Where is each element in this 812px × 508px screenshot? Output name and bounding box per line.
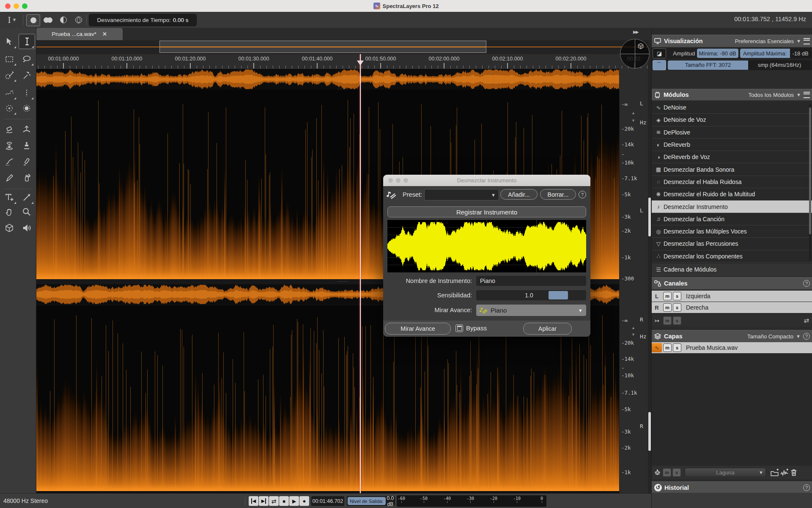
- solo-button[interactable]: s: [673, 292, 681, 300]
- instrument-name-input[interactable]: Piano: [476, 276, 586, 286]
- time-line-selection-tool[interactable]: [19, 86, 34, 100]
- tab-close-icon[interactable]: ✕: [102, 31, 107, 37]
- register-instrument-button[interactable]: Registrar Instrumento: [387, 206, 586, 217]
- fft-size-control[interactable]: Tamaño FFT: 3072 smp (64ms/16Hz): [668, 60, 811, 70]
- active-tool-button[interactable]: I ▼: [3, 14, 20, 26]
- overview-strip[interactable]: [36, 40, 651, 55]
- loop-button[interactable]: ⇄: [269, 496, 279, 506]
- play-button[interactable]: ▶: [289, 496, 299, 506]
- waveform-strip-left[interactable]: [36, 69, 619, 90]
- lasso-selection-tool[interactable]: [19, 52, 34, 66]
- visualizacion-panel-header[interactable]: Visualización Preferencias Esenciales ▼: [652, 35, 812, 47]
- solo-button[interactable]: s: [673, 303, 681, 312]
- trash-icon[interactable]: [790, 469, 798, 476]
- strip-resize-handle[interactable]: ······: [337, 87, 348, 91]
- stop-button[interactable]: ■: [279, 496, 289, 506]
- historial-panel-header[interactable]: ↺ Historial ?: [652, 481, 812, 494]
- mute-button[interactable]: m: [663, 468, 671, 477]
- hand-tool[interactable]: [1, 205, 17, 219]
- amplitude-min-control[interactable]: Mínima: -90 dB: [697, 49, 738, 58]
- magic-wand-tool[interactable]: [19, 68, 34, 82]
- spray-tool[interactable]: [19, 170, 34, 185]
- module-item[interactable]: ◐DeReverb: [652, 139, 812, 151]
- module-item[interactable]: ◎Desmezclar las Múltiples Voces: [652, 225, 812, 238]
- module-item[interactable]: ◌Desmezclar el Habla Ruidosa: [652, 176, 812, 188]
- preset-add-button[interactable]: Añadir...: [500, 189, 538, 200]
- dialog-titlebar[interactable]: Desmezclar Instrumento: [383, 175, 590, 186]
- go-to-start-button[interactable]: ◀: [249, 496, 258, 506]
- triangle-down-icon[interactable]: ▼: [631, 118, 635, 123]
- module-item[interactable]: ♫Desmezclar la Canción: [652, 213, 812, 225]
- module-item[interactable]: ◑DeReverb de Voz: [652, 151, 812, 163]
- move-tool[interactable]: [1, 35, 17, 49]
- solo-button[interactable]: s: [673, 343, 681, 352]
- capas-panel-header[interactable]: Capas Tamaño Compacto ▼ ?: [652, 330, 812, 343]
- 3d-view-tool[interactable]: [1, 221, 17, 235]
- triangle-up-icon[interactable]: ▲: [631, 326, 635, 330]
- record-button[interactable]: ●: [299, 496, 309, 506]
- module-item[interactable]: ≋DePlosive: [652, 126, 812, 139]
- selection-mode-add-button[interactable]: [41, 14, 55, 25]
- fft-curve-icon[interactable]: ⌒: [653, 60, 666, 70]
- zoom-tool[interactable]: [19, 205, 34, 219]
- amplify-tool[interactable]: [19, 122, 34, 136]
- help-icon[interactable]: ?: [803, 280, 810, 287]
- preview-source-select[interactable]: Piano ▼: [476, 305, 586, 316]
- module-item[interactable]: ▽Desmezclar las Percusiones: [652, 238, 812, 250]
- sensitivity-slider[interactable]: 1.0: [476, 290, 586, 300]
- triangle-up-icon[interactable]: ▲: [631, 111, 635, 115]
- slider-handle[interactable]: [549, 291, 568, 299]
- layer-size-select[interactable]: Tamaño Compacto: [747, 333, 793, 340]
- go-to-end-button[interactable]: ▶: [259, 496, 269, 506]
- module-chain-item[interactable]: ☰ Cadena de Módulos: [652, 264, 812, 276]
- playback-tool[interactable]: [19, 221, 34, 235]
- module-item[interactable]: ∿DeNoise: [652, 102, 812, 114]
- amplitude-max-control[interactable]: Amplitud Máxima: -18 dB: [740, 49, 811, 58]
- channel-row-left[interactable]: L m s Izquierda: [652, 291, 812, 302]
- help-icon[interactable]: ?: [803, 484, 810, 491]
- eraser-tool[interactable]: [1, 122, 17, 136]
- mute-button[interactable]: m: [663, 303, 672, 312]
- attenuate-tool[interactable]: [1, 138, 17, 153]
- new-layer-icon[interactable]: [780, 469, 789, 476]
- modulos-panel-header[interactable]: Módulos Todos los Módulos ▼: [652, 89, 812, 101]
- solo-button[interactable]: s: [673, 316, 681, 325]
- playhead-line[interactable]: [360, 54, 361, 493]
- scrollbar-thumb[interactable]: [648, 412, 651, 451]
- contrast-icon[interactable]: ◪: [653, 48, 666, 58]
- panel-menu-icon[interactable]: [804, 38, 810, 44]
- overview-selection-range[interactable]: [159, 41, 486, 53]
- rectangle-selection-tool[interactable]: [1, 52, 17, 66]
- scrollbar-thumb[interactable]: [648, 198, 651, 236]
- dialog-close-button[interactable]: [388, 178, 393, 183]
- preview-button[interactable]: Mirar Avance: [385, 323, 451, 335]
- help-icon[interactable]: ?: [803, 333, 810, 340]
- text-tool[interactable]: [1, 190, 17, 205]
- clone-stamp-tool[interactable]: [19, 138, 34, 153]
- panel-collapse-icon[interactable]: ▶▶: [633, 30, 638, 34]
- vertical-scrollbar[interactable]: [648, 40, 651, 493]
- time-selection-tool[interactable]: [19, 34, 35, 49]
- solo-button[interactable]: s: [672, 468, 681, 477]
- heal-tool[interactable]: [19, 154, 34, 169]
- module-item[interactable]: ❋Desmezclar el Ruido de la Multitud: [652, 188, 812, 200]
- module-item-selected[interactable]: ♪Desmezclar Instrumento: [652, 200, 812, 213]
- pencil-tool[interactable]: [1, 170, 17, 185]
- unmix-instrument-dialog[interactable]: Desmezclar Instrumento Preset: ▼ Añadir.…: [383, 175, 590, 337]
- modules-filter-select[interactable]: Todos los Módulos: [748, 92, 794, 98]
- module-item[interactable]: ◈DeNoise de Voz: [652, 114, 812, 126]
- dialog-zoom-button[interactable]: [403, 178, 408, 183]
- module-item[interactable]: ▦Desmezclar Banda Sonora: [652, 163, 812, 176]
- layer-row[interactable]: ∿ m s Prueba Musica.wav: [652, 342, 812, 353]
- panel-menu-icon[interactable]: [804, 92, 810, 98]
- bypass-checkbox[interactable]: [455, 324, 463, 332]
- mute-button[interactable]: m: [663, 292, 672, 300]
- selection-mode-intersect-button[interactable]: [72, 14, 85, 25]
- canales-panel-header[interactable]: Canales ?: [652, 277, 812, 290]
- dialog-minimize-button[interactable]: [396, 178, 401, 183]
- unmix-tool[interactable]: [1, 154, 17, 169]
- help-icon[interactable]: ?: [579, 191, 586, 198]
- picker-tool[interactable]: [19, 190, 34, 205]
- display-preferences-select[interactable]: Preferencias Esenciales: [735, 38, 794, 44]
- pen-selection-tool[interactable]: [1, 68, 17, 82]
